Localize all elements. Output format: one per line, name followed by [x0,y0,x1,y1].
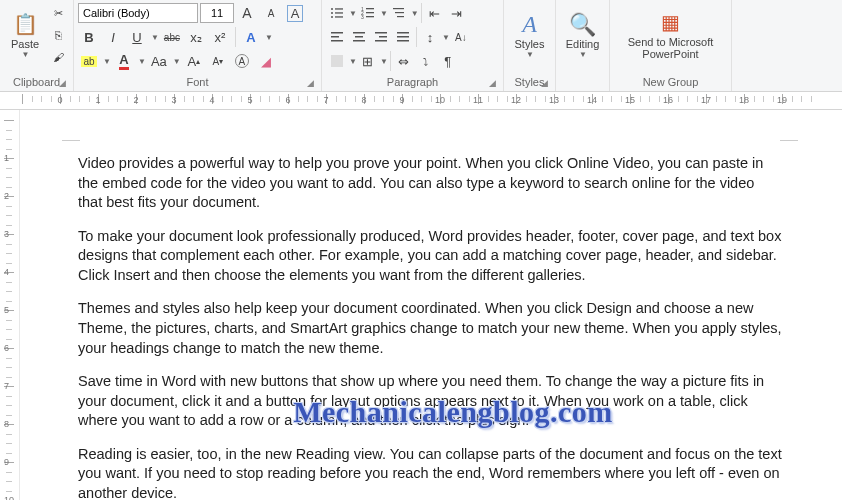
clipboard-group-label: Clipboard [13,76,60,88]
change-case-dropdown[interactable]: Aa [148,50,170,72]
italic-button[interactable]: I [102,26,124,48]
paragraph-1[interactable]: Video provides a powerful way to help yo… [78,154,782,213]
svg-rect-20 [353,40,365,42]
paragraph-launcher[interactable]: ◢ [487,78,497,88]
bold-button[interactable]: B [78,26,100,48]
svg-rect-14 [397,16,404,17]
align-right-button[interactable] [370,26,392,48]
svg-rect-21 [375,32,387,34]
paragraph-4[interactable]: Save time in Word with new buttons that … [78,372,782,431]
ppt-label-1: Send to Microsoft [628,36,714,48]
svg-rect-3 [335,12,343,13]
justify-button[interactable] [392,26,414,48]
powerpoint-icon: ▦ [661,10,680,34]
multilevel-list-button[interactable] [388,2,410,24]
line-spacing-button[interactable]: ↕ [419,26,441,48]
svg-rect-23 [375,40,387,42]
paragraph-group-label: Paragraph [387,76,438,88]
align-left-button[interactable] [326,26,348,48]
font-color-button[interactable]: A [113,50,135,72]
svg-rect-1 [335,8,343,9]
change-case-button[interactable]: A [284,2,306,24]
svg-rect-22 [379,36,387,38]
svg-rect-18 [353,32,365,34]
paste-icon: 📋 [13,12,38,36]
document-content[interactable]: Video provides a powerful way to help yo… [60,110,800,500]
group-paragraph: ▼ 123▼ ▼ ⇤ ⇥ ↕▼ A↓ ▼ [322,0,504,91]
ppt-label-2: PowerPoint [642,48,698,60]
distribute-button[interactable]: ⇔ [393,50,415,72]
boxed-a-icon: A [287,5,304,22]
font-name-combo[interactable] [78,3,198,23]
svg-rect-13 [395,12,404,13]
page: Video provides a powerful way to help yo… [60,110,800,500]
send-to-powerpoint-button[interactable]: ▦ Send to Microsoft PowerPoint [616,2,726,68]
horizontal-ruler[interactable]: 012345678910111213141516171819 [0,92,842,110]
highlight-button[interactable]: ab [78,50,100,72]
grow-font-button[interactable]: A [236,2,258,24]
paragraph-5[interactable]: Reading is easier, too, in the new Readi… [78,445,782,500]
bullets-button[interactable] [326,2,348,24]
increase-indent-button[interactable]: ⇥ [446,2,468,24]
group-styles: A Styles ▼ Styles ◢ [504,0,556,91]
paste-button[interactable]: 📋 Paste ▼ [4,2,46,68]
subscript-button[interactable]: x₂ [185,26,207,48]
shrink-font2[interactable]: A▾ [207,50,229,72]
underline-button[interactable]: U [126,26,148,48]
editing-button[interactable]: 🔍 Editing ▼ [560,2,606,68]
font-group-label: Font [186,76,208,88]
numbering-button[interactable]: 123 [357,2,379,24]
text-direction-button[interactable]: ⤵ [415,50,437,72]
styles-icon: A [522,11,537,38]
paragraph-2[interactable]: To make your document look professionall… [78,227,782,286]
clear-formatting-button[interactable]: ◢ [255,50,277,72]
copy-icon: ⎘ [55,29,62,41]
grow-font2[interactable]: A▴ [183,50,205,72]
superscript-button[interactable]: x² [209,26,231,48]
group-font: A A A B I U▼ abc x₂ x² A▼ ab▼ A▼ [74,0,322,91]
brush-icon: 🖌 [53,51,64,63]
text-effects-button[interactable]: A [240,26,262,48]
circled-a-button[interactable]: A [231,50,253,72]
svg-rect-25 [397,36,409,38]
svg-rect-17 [331,40,343,42]
svg-rect-15 [331,32,343,34]
svg-rect-5 [335,16,343,17]
sort-button[interactable]: A↓ [450,26,472,48]
highlight-icon: ab [81,56,96,67]
format-painter-button[interactable]: 🖌 [48,48,68,66]
borders-button[interactable]: ⊞ [357,50,379,72]
svg-rect-26 [397,40,409,42]
styles-button[interactable]: A Styles ▼ [509,2,551,68]
scissors-icon: ✂ [54,7,63,20]
group-newgroup: ▦ Send to Microsoft PowerPoint New Group [610,0,732,91]
editing-label: Editing [566,38,600,50]
document-area: 1234567891011 Video provides a powerful … [0,110,842,500]
svg-point-4 [331,16,333,18]
svg-point-0 [331,8,333,10]
font-size-combo[interactable] [200,3,234,23]
svg-rect-16 [331,36,339,38]
paragraph-3[interactable]: Themes and styles also help keep your do… [78,299,782,358]
ribbon: 📋 Paste ▼ ✂ ⎘ 🖌 Clipboard ◢ A A [0,0,842,92]
cut-button[interactable]: ✂ [48,4,68,22]
show-marks-button[interactable]: ¶ [437,50,459,72]
styles-launcher[interactable]: ◢ [539,78,549,88]
vertical-ruler[interactable]: 1234567891011 [0,110,20,500]
copy-button[interactable]: ⎘ [48,26,68,44]
find-icon: 🔍 [569,12,596,38]
eraser-icon: ◢ [261,54,271,69]
styles-label: Styles [515,38,545,50]
svg-text:3: 3 [361,14,364,20]
group-editing: 🔍 Editing ▼ [556,0,610,91]
strikethrough-button[interactable]: abc [161,26,183,48]
svg-rect-24 [397,32,409,34]
decrease-indent-button[interactable]: ⇤ [424,2,446,24]
clipboard-launcher[interactable]: ◢ [57,78,67,88]
shading-button[interactable] [326,50,348,72]
svg-rect-12 [393,8,404,9]
align-center-button[interactable] [348,26,370,48]
font-launcher[interactable]: ◢ [305,78,315,88]
svg-rect-11 [366,16,374,17]
shrink-font-button[interactable]: A [260,2,282,24]
